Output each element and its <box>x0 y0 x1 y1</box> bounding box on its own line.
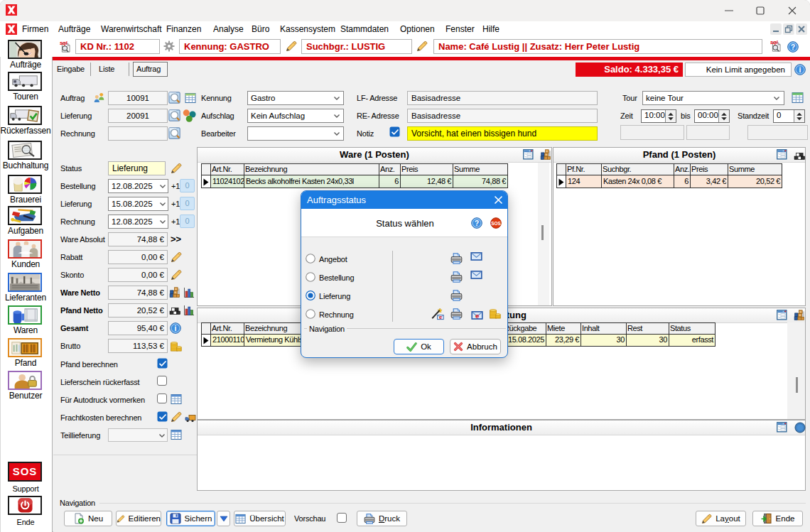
svg-text:?: ? <box>475 219 479 227</box>
svg-text:i: i <box>799 65 801 74</box>
svg-text:SOS: SOS <box>491 221 501 226</box>
svg-text:e: e <box>475 312 479 320</box>
svg-text:e: e <box>439 314 442 320</box>
svg-text:sql: sql <box>770 40 778 45</box>
svg-text:i: i <box>175 324 177 332</box>
svg-text:sql: sql <box>60 40 68 46</box>
svg-text:?: ? <box>791 43 795 51</box>
